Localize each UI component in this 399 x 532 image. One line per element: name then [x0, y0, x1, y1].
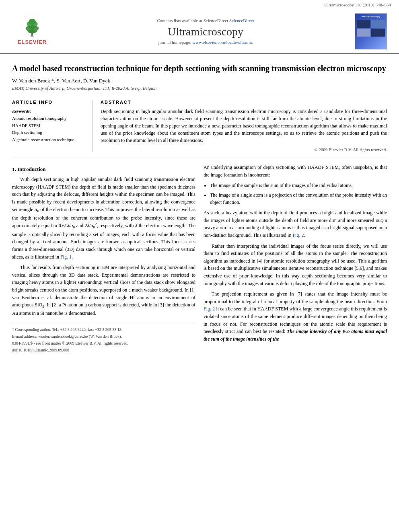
cover-thumbnails — [357, 20, 385, 37]
elsevier-logo: ELSEVIER — [18, 18, 47, 45]
assumption-1: The image of the sample is the sum of th… — [210, 182, 387, 189]
fig2-link-1[interactable]: Fig. 2 — [292, 232, 304, 238]
intro-heading: 1. Introduction — [12, 165, 195, 173]
footnote-issn: 0304-3991/$ - see front matter © 2009 El… — [12, 340, 195, 346]
footnote-email: E-mail address: wouter.vandenbroek@ua.ac… — [12, 333, 195, 339]
authors: W. Van den Broek *, S. Van Aert, D. Van … — [12, 78, 387, 84]
footnote-section: * Corresponding author. Tel.: +32 3 265 … — [12, 324, 195, 353]
elsevier-brand: ELSEVIER — [18, 39, 47, 45]
keyword-4: Algebraic reconstruction technique — [12, 136, 86, 144]
abstract-heading: ABSTRACT — [101, 100, 387, 105]
svg-rect-9 — [30, 36, 34, 36]
body-column-right: An underlying assumption of depth sectio… — [204, 164, 387, 354]
sciencedirect-info: Contents lists available at ScienceDirec… — [60, 18, 351, 23]
abstract-section: ABSTRACT Depth sectioning in high angula… — [101, 100, 387, 152]
body-column-left: 1. Introduction With depth sectioning in… — [12, 164, 195, 354]
intro-para-1: With depth sectioning in high angular an… — [12, 176, 195, 261]
fig1-link[interactable]: Fig. 1 — [60, 254, 72, 260]
homepage-label: journal homepage: — [158, 40, 191, 45]
publisher-logo: ELSEVIER — [8, 18, 56, 45]
col2-para2: As such, a heavy atom within the depth o… — [204, 209, 387, 239]
affiliation: EMAT, University of Antwerp, Groenenborg… — [12, 86, 387, 90]
journal-info-center: Contents lists available at ScienceDirec… — [60, 18, 351, 45]
col2-intro: An underlying assumption of depth sectio… — [204, 164, 387, 179]
intro-para-2: Thus far results from depth sectioning i… — [12, 264, 195, 317]
cover-title: ultramicroscopy — [362, 15, 380, 18]
journal-homepage: journal homepage: www.elsevier.com/locat… — [60, 40, 351, 45]
keywords-list: Atomic resolution tomography HAADF STEM … — [12, 115, 86, 143]
keyword-1: Atomic resolution tomography — [12, 115, 86, 122]
cover-thumb-2 — [371, 20, 385, 28]
article-title-section: A model based reconstruction technique f… — [12, 58, 387, 94]
abstract-text: Depth sectioning in high angular annular… — [101, 108, 387, 144]
cover-thumb-3 — [357, 29, 370, 37]
copyright: © 2009 Elsevier B.V. All rights reserved… — [101, 147, 387, 152]
svg-point-7 — [29, 18, 36, 25]
fig2-link-2[interactable]: Fig. 2 — [204, 306, 215, 312]
assumption-list: The image of the sample is the sum of th… — [210, 182, 387, 206]
article-info-box: ARTICLE INFO Keywords: Atomic resolution… — [12, 100, 93, 152]
journal-title: Ultramicroscopy — [60, 25, 351, 38]
author-names: W. Van den Broek *, S. Van Aert, D. Van … — [12, 78, 110, 84]
body-columns: 1. Introduction With depth sectioning in… — [12, 164, 387, 354]
homepage-url[interactable]: www.elsevier.com/locate/ultramic — [192, 40, 253, 45]
journal-citation: Ultramicroscopy 110 (2010) 548–554 — [0, 0, 399, 9]
bullet2-text: The image of a single atom is a projecti… — [210, 192, 387, 205]
col2-para3: Rather than interpreting the individual … — [204, 242, 387, 288]
article-info-heading: ARTICLE INFO — [12, 100, 86, 105]
col2-para4: The projection requirement as given in [… — [204, 290, 387, 343]
keyword-2: HAADF STEM — [12, 122, 86, 129]
cover-image: ultramicroscopy — [355, 13, 387, 49]
bullet1-text: The image of the sample is the sum of th… — [210, 183, 353, 188]
article-content: A model based reconstruction technique f… — [0, 54, 399, 362]
cover-thumb-4 — [371, 29, 385, 37]
journal-cover: ultramicroscopy — [355, 13, 391, 49]
sciencedirect-text: Contents lists available at ScienceDirec… — [157, 18, 228, 23]
article-meta-row: ARTICLE INFO Keywords: Atomic resolution… — [12, 94, 387, 158]
journal-header: ELSEVIER Contents lists available at Sci… — [0, 9, 399, 54]
footnote-corresponding: * Corresponding author. Tel.: +32 3 265 … — [12, 327, 195, 333]
article-title: A model based reconstruction technique f… — [12, 63, 387, 74]
keywords-label: Keywords: — [12, 109, 86, 113]
citation-text: Ultramicroscopy 110 (2010) 548–554 — [324, 2, 391, 7]
footnote-doi: doi:10.1016/j.ultramic.2009.09.008 — [12, 347, 195, 353]
keyword-3: Depth sectioning — [12, 129, 86, 136]
cover-thumb-1 — [357, 20, 370, 28]
elsevier-tree-icon — [20, 18, 44, 38]
sciencedirect-link[interactable]: ScienceDirect — [229, 18, 254, 23]
assumption-2: The image of a single atom is a projecti… — [210, 191, 387, 206]
